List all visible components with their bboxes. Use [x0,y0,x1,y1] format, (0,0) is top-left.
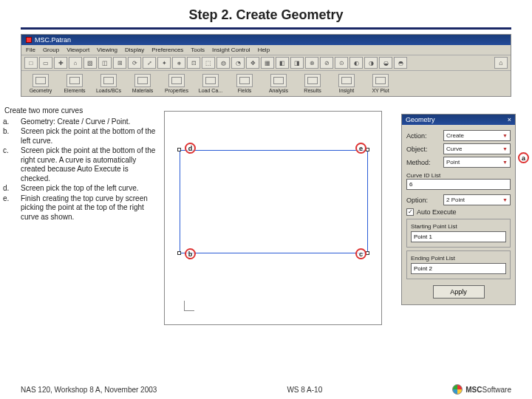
bigbtn-label: Results [304,88,321,93]
toolbar-button[interactable]: ⊗ [305,57,318,69]
toolbar-button[interactable]: ⊞ [113,57,126,69]
starting-point-input[interactable] [411,231,506,242]
close-icon[interactable]: × [508,116,511,123]
toolbar-button[interactable]: ◫ [98,57,112,69]
bigbtn-label: Materials [132,88,153,93]
menu-item[interactable]: Tools [191,47,205,53]
toolbar-button[interactable]: ▧ [83,57,97,69]
option-value: 2 Point [446,197,465,203]
list-item: c.Screen pick the point at the bottom of… [12,146,156,183]
list-item: d.Screen pick the top of the left curve. [12,184,156,194]
item-label: a. [12,117,21,127]
bigbtn-elements[interactable]: Elements [58,72,91,95]
point-bottom-left[interactable] [177,251,181,255]
dropdown-icon: ▼ [502,133,508,138]
bigbtn-materials[interactable]: Materials [126,72,159,95]
action-label: Action: [406,132,440,140]
apply-row: Apply [406,285,511,299]
menu-item[interactable]: Preferences [151,47,183,53]
toolbar-button[interactable]: ▦ [261,57,274,69]
row-object: Object: Curve▼ [406,143,511,154]
row-option: Option: 2 Point▼ [406,194,511,205]
autoexec-checkbox[interactable]: ✓ Auto Execute [406,208,511,216]
toolbar-button[interactable]: ⟳ [128,57,141,69]
app-window: MSC.Patran File Group Viewport Viewing D… [21,34,511,97]
toolbar-button[interactable]: ✦ [157,57,171,69]
viewport[interactable]: d e b c [164,111,382,325]
object-select[interactable]: Curve▼ [443,143,511,154]
bigbtn-xyplot[interactable]: XY Plot [364,72,397,95]
bigbtn-loadsbcs[interactable]: Loads/BCs [92,72,125,95]
toolbar-button[interactable]: ⊘ [320,57,333,69]
object-value: Curve [446,146,462,152]
toolbar-button[interactable]: ◑ [364,57,378,69]
method-label: Method: [406,159,440,166]
footer-left: NAS 120, Workshop 8 A, November 2003 [21,386,157,394]
toolbar-button[interactable]: ▭ [39,57,52,69]
dropdown-icon: ▼ [502,160,508,165]
toolbar-button[interactable]: □ [24,57,38,69]
toolbar-button[interactable]: ◔ [231,57,245,69]
panel-body: Action: Create▼ Object: Curve▼ Method: P… [402,125,515,304]
curveid-label: Curve ID List [406,172,511,179]
bigbtn-insight[interactable]: Insight [330,72,363,95]
toolbar-button[interactable]: ⌂ [69,57,82,69]
annotation-e: e [355,143,366,154]
checkbox-icon: ✓ [406,208,414,216]
toolbar-button[interactable]: ⊡ [187,57,200,69]
item-label: d. [12,184,21,194]
starting-point-group: Starting Point List [406,219,511,248]
toolbar-button[interactable]: ✥ [246,57,259,69]
toolbar-button[interactable]: ◨ [290,57,304,69]
logo-top: MSC [466,386,482,394]
annotation-d: d [185,143,196,154]
bigbtn-results[interactable]: Results [296,72,329,95]
toolbar-button[interactable]: ⎈ [172,57,185,69]
bigbtn-fields[interactable]: Fields [228,72,261,95]
toolbar-button[interactable]: ◓ [394,57,407,69]
point-top-left[interactable] [177,148,181,151]
ending-point-group: Ending Point List [406,250,511,279]
object-label: Object: [406,146,440,153]
menu-item[interactable]: Viewport [66,47,89,53]
item-text: Geometry: Create / Curve / Point. [21,117,130,126]
menu-item[interactable]: Display [125,47,144,53]
bigbtn-label: Geometry [30,88,52,93]
item-text: Screen pick the top of the left curve. [21,184,139,192]
logo-text: MSCSoftware [466,386,511,394]
menu-item[interactable]: Group [43,47,59,53]
app-icon [26,37,32,43]
curveid-input[interactable] [406,179,511,190]
menu-item[interactable]: File [26,47,35,53]
menu-item[interactable]: Help [258,47,270,53]
action-value: Create [446,132,464,139]
bigbtn-label: XY Plot [372,88,389,93]
option-select[interactable]: 2 Point▼ [443,194,511,205]
toolbar-button[interactable]: ◒ [379,57,392,69]
bigbtn-properties[interactable]: Properties [160,72,193,95]
bigbtn-geometry[interactable]: Geometry [24,72,57,95]
toolbar-button[interactable]: ⬚ [202,57,215,69]
apply-button[interactable]: Apply [433,285,485,299]
toolbar-button[interactable]: ⊙ [335,57,348,69]
action-select[interactable]: Create▼ [443,130,511,141]
toolbar-button[interactable]: ◍ [216,57,230,69]
logo-icon [452,384,463,395]
toolbar-button[interactable]: ⤢ [143,57,156,69]
title-rule [21,27,511,30]
ending-point-input[interactable] [411,263,506,274]
menu-item[interactable]: Viewing [97,47,117,53]
bigbtn-label: Fields [238,88,252,93]
bigbtn-loadcases[interactable]: Load Ca... [194,72,227,95]
bigbtn-analysis[interactable]: Analysis [262,72,295,95]
toolbar-button[interactable]: ◧ [276,57,289,69]
toolbar-button[interactable]: ✚ [54,57,67,69]
panel-titlebar: Geometry × [402,115,515,125]
annotation-a: a [518,152,529,163]
menu-item[interactable]: Insight Control [212,47,250,53]
method-select[interactable]: Point▼ [443,157,511,168]
home-icon[interactable]: ⌂ [494,57,508,69]
item-text: Finish creating the top curve by screen … [21,194,148,221]
toolbar-button[interactable]: ◐ [349,57,363,69]
bigbtn-label: Analysis [269,88,288,93]
